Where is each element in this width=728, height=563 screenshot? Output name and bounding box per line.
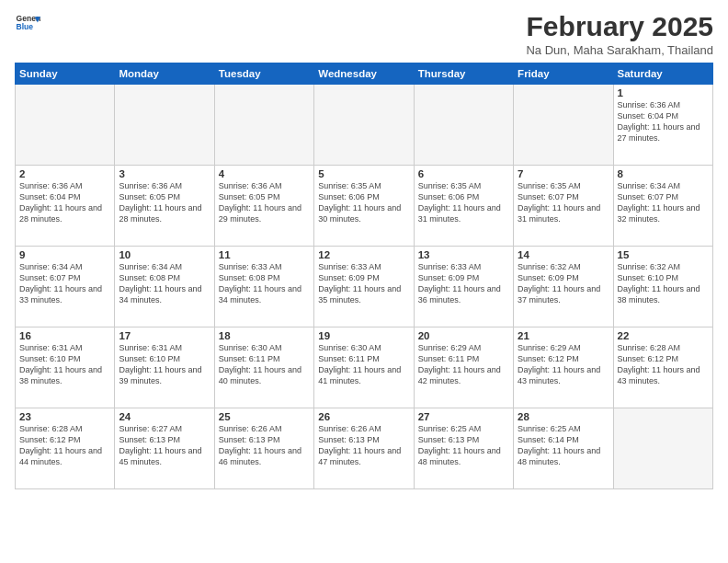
day-info: Sunrise: 6:34 AMSunset: 6:07 PMDaylight:…: [618, 180, 709, 225]
day-info: Sunrise: 6:34 AMSunset: 6:07 PMDaylight:…: [19, 261, 110, 306]
day-number: 2: [19, 168, 110, 179]
col-header-wednesday: Wednesday: [314, 63, 414, 85]
calendar-cell: 26Sunrise: 6:26 AMSunset: 6:13 PMDayligh…: [314, 408, 414, 489]
calendar-week-1: 1Sunrise: 6:36 AMSunset: 6:04 PMDaylight…: [16, 85, 713, 166]
day-number: 12: [318, 249, 409, 260]
day-number: 8: [618, 168, 709, 179]
day-info: Sunrise: 6:27 AMSunset: 6:13 PMDaylight:…: [119, 423, 210, 468]
day-number: 17: [119, 330, 210, 341]
col-header-monday: Monday: [115, 63, 214, 85]
day-number: 9: [19, 249, 110, 260]
calendar-cell: 1Sunrise: 6:36 AMSunset: 6:04 PMDaylight…: [613, 85, 712, 166]
day-info: Sunrise: 6:29 AMSunset: 6:11 PMDaylight:…: [418, 342, 509, 387]
calendar-cell: [314, 85, 414, 166]
calendar-cell: 23Sunrise: 6:28 AMSunset: 6:12 PMDayligh…: [16, 408, 115, 489]
day-info: Sunrise: 6:35 AMSunset: 6:07 PMDaylight:…: [518, 180, 609, 225]
day-info: Sunrise: 6:28 AMSunset: 6:12 PMDaylight:…: [19, 423, 110, 468]
calendar-cell: 7Sunrise: 6:35 AMSunset: 6:07 PMDaylight…: [514, 166, 613, 247]
col-header-thursday: Thursday: [414, 63, 513, 85]
calendar-cell: 9Sunrise: 6:34 AMSunset: 6:07 PMDaylight…: [16, 247, 115, 327]
calendar-cell: 2Sunrise: 6:36 AMSunset: 6:04 PMDaylight…: [16, 166, 115, 247]
calendar-cell: 20Sunrise: 6:29 AMSunset: 6:11 PMDayligh…: [414, 327, 513, 408]
calendar-cell: 24Sunrise: 6:27 AMSunset: 6:13 PMDayligh…: [115, 408, 214, 489]
day-number: 7: [518, 168, 609, 179]
calendar-table: SundayMondayTuesdayWednesdayThursdayFrid…: [15, 63, 713, 489]
day-number: 5: [318, 168, 409, 179]
day-info: Sunrise: 6:30 AMSunset: 6:11 PMDaylight:…: [219, 342, 310, 387]
day-number: 19: [318, 330, 409, 341]
col-header-saturday: Saturday: [613, 63, 712, 85]
calendar-cell: 8Sunrise: 6:34 AMSunset: 6:07 PMDaylight…: [613, 166, 712, 247]
day-number: 20: [418, 330, 509, 341]
day-info: Sunrise: 6:31 AMSunset: 6:10 PMDaylight:…: [119, 342, 210, 387]
calendar-cell: 3Sunrise: 6:36 AMSunset: 6:05 PMDaylight…: [115, 166, 214, 247]
day-info: Sunrise: 6:35 AMSunset: 6:06 PMDaylight:…: [318, 180, 409, 225]
calendar-cell: 11Sunrise: 6:33 AMSunset: 6:08 PMDayligh…: [214, 247, 313, 327]
day-number: 25: [219, 411, 310, 422]
page: General Blue February 2025 Na Dun, Maha …: [0, 0, 728, 563]
day-number: 28: [518, 411, 609, 422]
calendar-cell: 4Sunrise: 6:36 AMSunset: 6:05 PMDaylight…: [214, 166, 313, 247]
location: Na Dun, Maha Sarakham, Thailand: [526, 43, 713, 57]
calendar-cell: 28Sunrise: 6:25 AMSunset: 6:14 PMDayligh…: [514, 408, 613, 489]
calendar-cell: 16Sunrise: 6:31 AMSunset: 6:10 PMDayligh…: [16, 327, 115, 408]
calendar-cell: 27Sunrise: 6:25 AMSunset: 6:13 PMDayligh…: [414, 408, 513, 489]
calendar-cell: 6Sunrise: 6:35 AMSunset: 6:06 PMDaylight…: [414, 166, 513, 247]
day-number: 14: [518, 249, 609, 260]
day-number: 18: [219, 330, 310, 341]
day-number: 10: [119, 249, 210, 260]
logo: General Blue: [15, 11, 40, 37]
calendar-week-4: 16Sunrise: 6:31 AMSunset: 6:10 PMDayligh…: [16, 327, 713, 408]
calendar-cell: 12Sunrise: 6:33 AMSunset: 6:09 PMDayligh…: [314, 247, 414, 327]
day-info: Sunrise: 6:36 AMSunset: 6:04 PMDaylight:…: [19, 180, 110, 225]
calendar-cell: [115, 85, 214, 166]
day-info: Sunrise: 6:32 AMSunset: 6:10 PMDaylight:…: [618, 261, 709, 306]
calendar-week-2: 2Sunrise: 6:36 AMSunset: 6:04 PMDaylight…: [16, 166, 713, 247]
day-info: Sunrise: 6:26 AMSunset: 6:13 PMDaylight:…: [219, 423, 310, 468]
day-number: 24: [119, 411, 210, 422]
day-info: Sunrise: 6:36 AMSunset: 6:05 PMDaylight:…: [119, 180, 210, 225]
calendar-header-row: SundayMondayTuesdayWednesdayThursdayFrid…: [16, 63, 713, 85]
day-info: Sunrise: 6:34 AMSunset: 6:08 PMDaylight:…: [119, 261, 210, 306]
calendar-cell: 10Sunrise: 6:34 AMSunset: 6:08 PMDayligh…: [115, 247, 214, 327]
day-info: Sunrise: 6:32 AMSunset: 6:09 PMDaylight:…: [518, 261, 609, 306]
calendar-week-3: 9Sunrise: 6:34 AMSunset: 6:07 PMDaylight…: [16, 247, 713, 327]
calendar-cell: [214, 85, 313, 166]
calendar-cell: 21Sunrise: 6:29 AMSunset: 6:12 PMDayligh…: [514, 327, 613, 408]
month-title: February 2025: [526, 11, 713, 41]
calendar-cell: [414, 85, 513, 166]
day-number: 4: [219, 168, 310, 179]
day-info: Sunrise: 6:26 AMSunset: 6:13 PMDaylight:…: [318, 423, 409, 468]
calendar-week-5: 23Sunrise: 6:28 AMSunset: 6:12 PMDayligh…: [16, 408, 713, 489]
day-number: 6: [418, 168, 509, 179]
title-block: February 2025 Na Dun, Maha Sarakham, Tha…: [526, 11, 713, 57]
calendar-cell: 17Sunrise: 6:31 AMSunset: 6:10 PMDayligh…: [115, 327, 214, 408]
day-number: 27: [418, 411, 509, 422]
day-info: Sunrise: 6:35 AMSunset: 6:06 PMDaylight:…: [418, 180, 509, 225]
day-number: 3: [119, 168, 210, 179]
calendar-cell: [16, 85, 115, 166]
col-header-sunday: Sunday: [16, 63, 115, 85]
calendar-cell: 18Sunrise: 6:30 AMSunset: 6:11 PMDayligh…: [214, 327, 313, 408]
day-info: Sunrise: 6:30 AMSunset: 6:11 PMDaylight:…: [318, 342, 409, 387]
col-header-friday: Friday: [514, 63, 613, 85]
day-number: 13: [418, 249, 509, 260]
calendar-cell: 13Sunrise: 6:33 AMSunset: 6:09 PMDayligh…: [414, 247, 513, 327]
day-info: Sunrise: 6:36 AMSunset: 6:05 PMDaylight:…: [219, 180, 310, 225]
calendar-cell: 19Sunrise: 6:30 AMSunset: 6:11 PMDayligh…: [314, 327, 414, 408]
day-number: 15: [618, 249, 709, 260]
day-number: 11: [219, 249, 310, 260]
day-number: 26: [318, 411, 409, 422]
day-number: 23: [19, 411, 110, 422]
day-info: Sunrise: 6:33 AMSunset: 6:08 PMDaylight:…: [219, 261, 310, 306]
calendar-cell: [613, 408, 712, 489]
calendar-cell: 5Sunrise: 6:35 AMSunset: 6:06 PMDaylight…: [314, 166, 414, 247]
calendar-cell: [514, 85, 613, 166]
calendar-cell: 22Sunrise: 6:28 AMSunset: 6:12 PMDayligh…: [613, 327, 712, 408]
day-info: Sunrise: 6:33 AMSunset: 6:09 PMDaylight:…: [318, 261, 409, 306]
logo-icon: General Blue: [15, 11, 40, 37]
day-info: Sunrise: 6:28 AMSunset: 6:12 PMDaylight:…: [618, 342, 709, 387]
col-header-tuesday: Tuesday: [214, 63, 313, 85]
calendar-cell: 25Sunrise: 6:26 AMSunset: 6:13 PMDayligh…: [214, 408, 313, 489]
day-number: 22: [618, 330, 709, 341]
